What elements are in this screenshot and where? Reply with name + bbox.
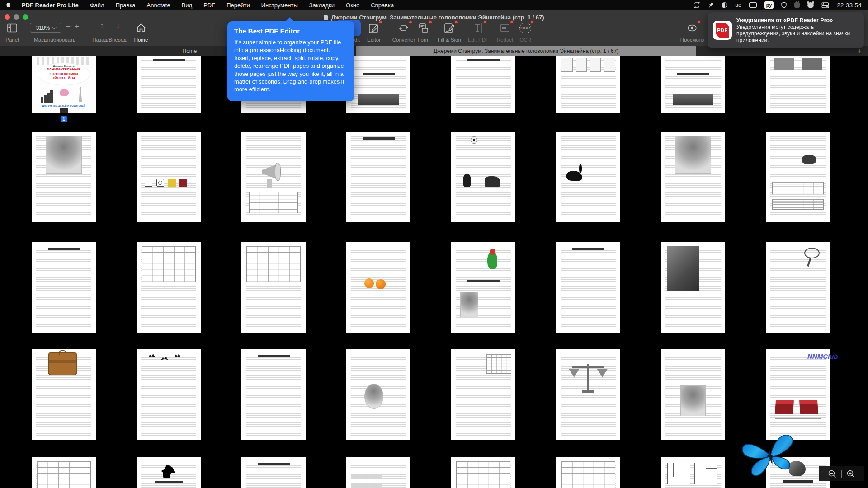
page-thumbnail-12[interactable] [346,132,410,222]
menu-item-2[interactable]: Правка [116,2,136,9]
page-thumbnail-33[interactable] [32,457,96,488]
page-thumbnail-14[interactable] [556,132,620,222]
zoom-out-thumbnails-icon[interactable] [828,469,837,479]
page-thumbnail-8[interactable] [766,56,830,113]
page-thumbnail-16[interactable] [766,132,830,222]
bear-app-icon[interactable] [807,2,814,8]
contrast-icon[interactable] [722,2,727,8]
page-thumbnail-22[interactable] [556,242,620,333]
page-thumbnail-37[interactable] [451,457,515,488]
page-thumbnail-9[interactable] [32,132,96,222]
page-thumbnail-2[interactable] [137,56,201,113]
page-thumbnail-4[interactable] [346,56,410,113]
menu-item-1[interactable]: Файл [90,2,104,9]
page-thumbnail-27[interactable] [241,349,306,440]
tool-button-fill-sign[interactable]: Fill & Sign [434,21,464,43]
premium-red-badge [429,20,432,24]
rotate-sync-icon[interactable] [693,1,700,9]
control-center-icon[interactable] [821,1,829,9]
zoom-percent-value: 318% [36,25,50,31]
menu-item-4[interactable]: Вид [182,2,193,9]
panel-label: Panel [1,37,24,42]
page-thumbnail-34[interactable] [137,457,201,488]
page-thumbnail-15[interactable] [661,132,725,222]
page-thumbnail-13[interactable] [451,132,515,222]
menu-bar-clock[interactable]: 22 33 54 [837,2,862,9]
minimize-window-button[interactable] [14,14,19,20]
apple-menu-icon[interactable] [6,1,13,9]
panel-toggle-button[interactable] [6,22,18,34]
feature-tooltip[interactable]: The Best PDF Editor It's super simple to… [227,21,354,101]
zoom-out-button[interactable]: − [66,22,71,31]
page-thumbnail-25[interactable] [32,349,96,440]
tool-button-label: Form [418,37,430,42]
menu-item-7[interactable]: Инструменты [261,2,298,9]
page-thumbnail-5[interactable] [451,56,515,113]
premium-red-badge [530,20,534,24]
page-thumbnail-1[interactable]: Джереми СтэнгрумЗАНИМАТЕЛЬНЫЕГОЛОВОЛОМКИ… [32,56,96,113]
page-thumbnail-6[interactable] [556,56,620,113]
page-thumbnail-17[interactable] [32,242,96,333]
ae-glyph-icon[interactable]: ae [735,1,741,9]
tool-button-label: Fill & Sign [438,37,461,42]
page-thumbnail-24[interactable] [766,242,830,333]
view-red-badge [697,20,701,24]
menu-items: ФайлПравкаAnnotateВидPDFПерейтиИнструмен… [79,2,394,9]
page-thumbnail-10[interactable] [137,132,201,222]
bag-app-icon[interactable] [794,2,800,8]
tool-button-ocr[interactable]: OCROCR [510,21,540,43]
page-thumbnail-28[interactable] [346,349,410,440]
tab-home[interactable]: Home [149,46,231,56]
display-icon[interactable] [749,2,757,8]
nav-back-arrow-icon[interactable]: ↑ [100,21,104,31]
page-thumbnail-31[interactable] [661,349,725,440]
tool-button-label: Editor [367,37,381,42]
tab-active-document[interactable]: Джереми Стэнгрум. Занимательные головоло… [356,46,696,56]
zoom-window-button[interactable] [23,14,28,20]
page-thumbnail-18[interactable] [137,242,201,333]
menu-item-8[interactable]: Закладки [309,2,335,9]
page-thumbnail-20[interactable] [346,242,410,333]
zoom-percent-dropdown[interactable]: 318% [30,23,61,33]
zoom-in-button[interactable]: + [75,22,79,31]
page-thumbnail-38[interactable] [556,457,620,488]
active-app-name[interactable]: PDF Reader Pro Lite [22,2,79,9]
selected-page-number-badge: 1 [61,116,67,122]
nav-forward-arrow-icon[interactable]: ↓ [116,21,120,31]
tool-button-label: Edit PDF [468,37,489,42]
page-thumbnail-32[interactable] [766,349,830,440]
page-thumbnail-30[interactable] [556,349,620,440]
page-thumbnail-26[interactable] [137,349,201,440]
page-thumbnail-7[interactable] [661,56,725,113]
menu-item-5[interactable]: PDF [203,2,215,9]
page-thumbnail-11[interactable] [241,132,306,222]
shield-icon[interactable] [781,1,787,9]
pin-icon[interactable] [708,1,714,9]
view-button-label: Просмотр [680,37,704,42]
close-window-button[interactable] [5,14,10,20]
page-thumbnail-21[interactable] [451,242,515,333]
tooltip-title: The Best PDF Editor [234,27,348,35]
page-thumbnail-23[interactable] [661,242,725,333]
home-button-label: Home [131,37,151,42]
home-button[interactable] [135,22,147,34]
page-edit-thumbnail-grid: 1 NNMClub Джереми СтэнгрумЗАНИМАТЕЛЬНЫЕГ… [0,56,868,488]
tool-button-edit-pdf[interactable]: Edit PDF [463,21,493,43]
menu-item-9[interactable]: Окно [346,2,359,9]
premium-red-badge [379,20,382,24]
menu-item-10[interactable]: Справка [371,2,394,9]
input-source-badge[interactable]: ру [764,1,774,9]
page-thumbnail-29[interactable] [451,349,515,440]
page-thumbnail-36[interactable] [346,457,410,488]
page-thumbnail-39[interactable] [661,457,725,488]
view-mode-button[interactable]: Просмотр [677,21,707,43]
page-thumbnail-19[interactable] [241,242,306,333]
notification-banner[interactable]: PDF Уведомления от «PDF Reader Pro» Увед… [708,12,864,48]
page-thumbnail-35[interactable] [241,457,306,488]
menu-item-6[interactable]: Перейти [226,2,250,9]
tooltip-body: It's super simple to organize your PDF f… [234,38,348,94]
tool-button-editor[interactable]: Editor [359,21,389,43]
zoom-in-thumbnails-icon[interactable] [846,469,855,479]
menu-item-3[interactable]: Annotate [147,2,170,9]
macos-menu-bar: PDF Reader Pro Lite ФайлПравкаAnnotateВи… [0,0,868,10]
